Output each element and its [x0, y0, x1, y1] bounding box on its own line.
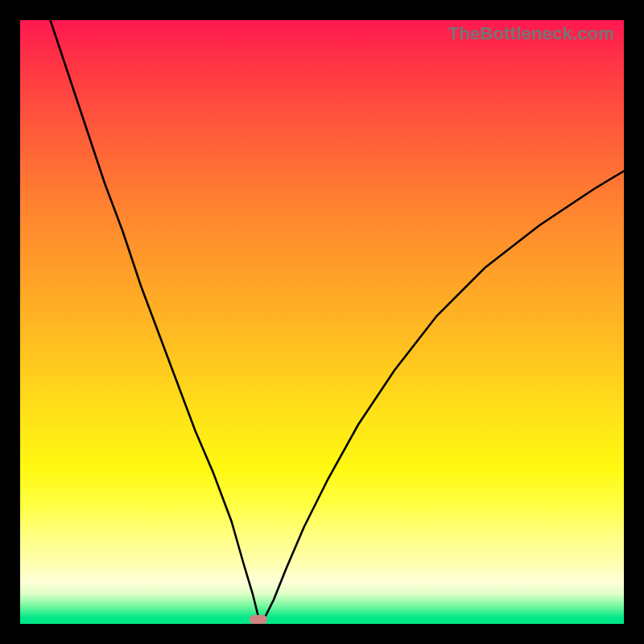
chart-frame: TheBottleneck.com	[20, 20, 624, 624]
curve-left	[51, 20, 259, 618]
curve-right	[265, 171, 624, 618]
bottleneck-curve	[20, 20, 624, 624]
min-marker	[250, 615, 267, 624]
